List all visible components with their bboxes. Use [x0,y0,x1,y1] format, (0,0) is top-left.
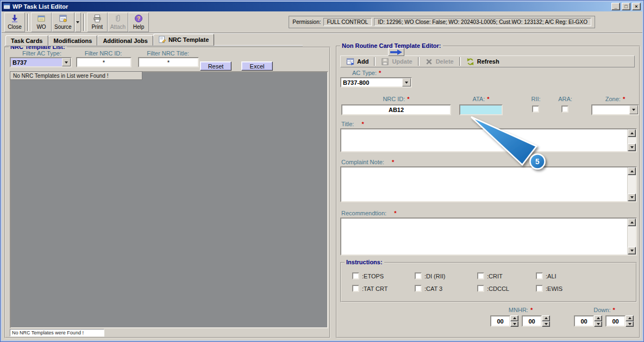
cat-3-label: :CAT 3 [424,285,442,292]
ara-checkbox[interactable] [561,105,568,113]
zone-combo[interactable] [591,104,639,115]
toolbar-print-label: Print [91,24,103,30]
nrc-id-value: AB12 [389,107,404,113]
window-title: WP Task List Editor [12,3,610,10]
spin-up-button[interactable] [542,315,550,321]
scroll-up-button[interactable] [628,219,636,226]
spin-up-button[interactable] [626,315,634,321]
tab-modifications[interactable]: Modifications [48,35,98,46]
filter-nrc-id-input[interactable]: * [76,57,132,67]
scroll-up-button[interactable] [628,167,636,175]
checkbox-item-cdccl[interactable]: :CDCCL [477,285,509,292]
mnhr-hours-value: 00 [490,315,510,327]
update-button[interactable]: Update [377,57,416,66]
recommendation-vertical-scrollbar[interactable] [627,219,636,254]
scroll-down-button[interactable] [628,247,636,254]
mnhr-hours-spinner[interactable]: 00 [490,315,518,327]
toolbar-wo-button[interactable]: WO [31,13,52,32]
ewis-checkbox[interactable] [536,285,543,292]
excel-button[interactable]: Excel [241,61,273,71]
scroll-down-button[interactable] [628,144,636,151]
close-window-button[interactable]: × [632,3,641,10]
work-order-icon [37,14,46,23]
checkbox-item-tat-crt[interactable]: :TAT CRT [352,285,387,292]
complaint-note-textarea[interactable] [340,166,637,202]
complaint-vertical-scrollbar[interactable] [627,167,636,201]
tat-crt-checkbox[interactable] [352,285,359,292]
print-icon [93,14,102,23]
spin-down-button[interactable] [594,321,602,327]
minimize-button[interactable]: _ [611,3,620,10]
update-icon [381,58,389,66]
required-marker: * [530,307,533,313]
down-minutes-spinner[interactable]: 00 [605,315,634,327]
title-text [342,130,626,150]
title-vertical-scrollbar[interactable] [627,129,636,151]
delete-icon [425,58,433,66]
arrow-down-icon [597,323,600,325]
required-marker: * [612,307,615,313]
filter-nrc-title-value: * [167,59,170,66]
checkbox-item-cat-3[interactable]: :CAT 3 [415,285,442,292]
filter-ac-type-combo[interactable]: B737 [10,57,72,67]
checkbox-item-di-rii[interactable]: :DI (RII) [415,272,446,279]
ali-checkbox[interactable] [536,272,543,279]
down-hours-spinner[interactable]: 00 [574,315,602,327]
refresh-button[interactable]: Refresh [462,57,503,66]
maximize-button[interactable]: □ [622,3,630,10]
mnhr-minutes-spinner[interactable]: 00 [522,315,550,327]
filter-ac-type-dropdown-button[interactable] [62,58,71,66]
title-textarea[interactable] [340,128,637,152]
workorder-info: ID: 12296; WO Close: False; WO: 202403-L… [374,18,591,26]
di-rii-checkbox[interactable] [415,272,422,279]
cat-3-checkbox[interactable] [415,285,422,292]
spin-up-button[interactable] [510,315,518,321]
filter-nrc-title-input[interactable]: * [138,57,199,67]
toolbar-help-button[interactable]: ? Help [128,13,149,32]
ara-label: ARA: [554,96,577,102]
crit-checkbox[interactable] [477,272,484,279]
recommendation-textarea[interactable] [340,217,637,256]
ac-type-dropdown-button[interactable] [402,78,411,86]
spin-down-button[interactable] [510,321,518,327]
spin-buttons [510,315,518,327]
ac-type-combo[interactable]: B737-800 [340,77,412,88]
spin-down-button[interactable] [626,321,634,327]
tab-task-cards[interactable]: Task Cards [5,35,48,46]
source-dropdown-button[interactable] [75,13,81,32]
cdccl-checkbox[interactable] [477,285,484,292]
ata-input[interactable] [459,104,503,115]
rii-checkbox[interactable] [532,105,539,113]
add-button[interactable]: Add [342,57,372,66]
spin-up-button[interactable] [594,315,602,321]
nrc-id-input[interactable]: AB12 [341,104,451,115]
checkbox-item-ewis[interactable]: :EWIS [536,285,562,292]
etops-checkbox[interactable] [352,272,359,279]
toolbar-separator [83,14,85,31]
checkbox-item-etops[interactable]: :ETOPS [352,272,384,279]
scroll-down-button[interactable] [628,194,636,201]
toolbar-close-button[interactable]: Close [4,13,25,32]
toolbar-help-label: Help [133,24,145,30]
tab-additional-jobs[interactable]: Additional Jobs [97,35,153,46]
tab-nrc-template[interactable]: NRC Template [153,34,214,46]
reset-button[interactable]: Reset [200,61,232,71]
empty-list-message: No NRC Templates in List were Found ! [10,71,142,80]
checkbox-item-crit[interactable]: :CRIT [477,272,503,279]
complaint-note-label: Complaint Note:* [341,159,394,165]
required-marker: * [361,121,364,127]
zone-dropdown-button[interactable] [629,105,638,114]
refresh-icon [466,58,474,66]
toolbar-source-button[interactable]: Source [52,13,74,32]
checkbox-item-ali[interactable]: :ALI [536,272,557,279]
nrc-template-list[interactable] [10,71,328,328]
transfer-to-editor-button[interactable] [388,48,404,56]
required-marker: * [487,96,489,102]
scroll-up-button[interactable] [628,129,636,137]
delete-button[interactable]: Delete [421,57,458,66]
zone-value [592,105,629,114]
permission-value: FULL CONTROL [323,18,372,26]
toolbar-attach-button[interactable]: Attach [108,13,128,32]
spin-down-button[interactable] [542,321,550,327]
toolbar-print-button[interactable]: Print [87,13,108,32]
